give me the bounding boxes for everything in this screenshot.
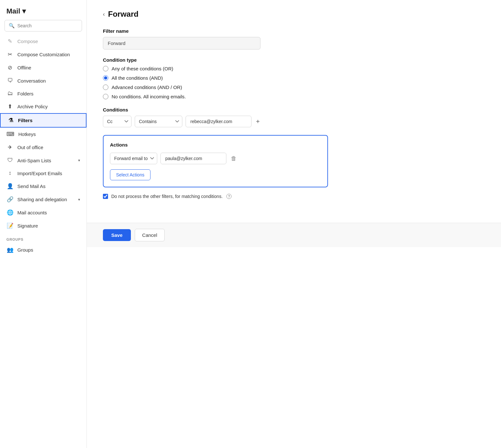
condition-value-input[interactable] (186, 116, 251, 127)
sidebar-item-label-compose-customization: Compose Customization (17, 52, 80, 57)
sidebar-item-import-export[interactable]: ↕Import/Export Emails (0, 167, 87, 180)
sidebar-item-label-sharing-delegation: Sharing and delegation (17, 197, 74, 202)
sidebar-groups: GROUPS👥Groups (0, 232, 87, 256)
info-icon[interactable]: ? (226, 194, 232, 199)
condition-type-radios: Any of these conditions (OR)All the cond… (103, 66, 328, 99)
condition-operator-select[interactable]: ContainsDoes not containIsIs notStarts w… (135, 116, 182, 127)
actions-row: Forward email toMark as readMove to fold… (110, 153, 321, 164)
radio-none[interactable] (103, 94, 108, 99)
compose-customization-icon: ✂ (6, 51, 14, 58)
group-label-groups: GROUPS (0, 232, 87, 243)
sidebar-item-label-conversation: Conversation (17, 78, 80, 84)
app-title-header[interactable]: Mail ▾ (0, 0, 87, 20)
sidebar-item-label-signature: Signature (17, 223, 80, 228)
send-mail-as-icon: 👤 (6, 183, 14, 190)
expand-icon-anti-spam: ▾ (78, 158, 80, 163)
sharing-delegation-icon: 🔗 (6, 196, 14, 203)
condition-field-select[interactable]: FromToCcSubjectBody (103, 116, 132, 127)
sidebar-item-compose[interactable]: ✎Compose (0, 35, 87, 48)
sidebar-item-label-anti-spam: Anti-Spam Lists (17, 158, 74, 163)
filters-icon: ⚗ (7, 117, 14, 124)
sidebar-item-label-archive-policy: Archive Policy (17, 104, 80, 109)
out-of-office-icon: ✈ (6, 144, 14, 151)
offline-icon: ⊘ (6, 64, 14, 71)
sidebar-item-label-import-export: Import/Export Emails (17, 171, 80, 176)
add-condition-button[interactable]: + (255, 117, 261, 126)
radio-item-advanced[interactable]: Advanced conditions (AND / OR) (103, 85, 328, 90)
search-input[interactable] (17, 23, 78, 28)
no-process-label: Do not process the other filters, for ma… (111, 194, 223, 199)
sidebar-nav: ✎Compose✂Compose Customization⊘Offline🗨C… (0, 35, 87, 232)
sidebar-item-conversation[interactable]: 🗨Conversation (0, 74, 87, 87)
sidebar-item-mail-accounts[interactable]: 🌐Mail accounts (0, 206, 87, 219)
anti-spam-icon: 🛡 (6, 157, 14, 164)
sidebar-item-sharing-delegation[interactable]: 🔗Sharing and delegation▾ (0, 193, 87, 206)
sidebar-item-label-hotkeys: Hotkeys (18, 131, 80, 137)
radio-label-none: No conditions. All incoming emails. (112, 94, 186, 99)
sidebar-item-folders[interactable]: 🗂Folders (0, 87, 87, 100)
no-process-row: Do not process the other filters, for ma… (103, 194, 328, 199)
groups-icon: 👥 (6, 246, 14, 253)
conditions-label: Conditions (103, 107, 328, 112)
archive-policy-icon: ⬆ (6, 103, 14, 110)
cancel-button[interactable]: Cancel (135, 229, 165, 241)
expand-icon-sharing-delegation: ▾ (78, 197, 80, 202)
sidebar-item-label-filters: Filters (18, 118, 79, 123)
delete-action-button[interactable]: 🗑 (230, 154, 238, 163)
back-button[interactable]: ‹ (103, 11, 105, 17)
radio-label-or: Any of these conditions (OR) (112, 66, 173, 71)
radio-label-advanced: Advanced conditions (AND / OR) (112, 85, 182, 90)
select-actions-button[interactable]: Select Actions (110, 169, 150, 180)
radio-item-none[interactable]: No conditions. All incoming emails. (103, 94, 328, 99)
sidebar-item-label-groups: Groups (17, 247, 80, 253)
sidebar-item-offline[interactable]: ⊘Offline (0, 61, 87, 74)
sidebar-item-anti-spam[interactable]: 🛡Anti-Spam Lists▾ (0, 154, 87, 167)
radio-and[interactable] (103, 75, 108, 81)
trash-icon: 🗑 (231, 155, 237, 162)
sidebar-item-groups[interactable]: 👥Groups (0, 243, 87, 256)
filter-name-label: Filter name (103, 28, 328, 34)
search-icon: 🔍 (9, 23, 15, 29)
search-container[interactable]: 🔍 (5, 20, 82, 31)
signature-icon: 📝 (6, 222, 14, 229)
sidebar-item-label-compose: Compose (17, 39, 80, 44)
sidebar-item-archive-policy[interactable]: ⬆Archive Policy (0, 100, 87, 113)
condition-type-section: Condition type Any of these conditions (… (103, 57, 328, 99)
sidebar-item-label-out-of-office: Out of office (17, 145, 80, 150)
folders-icon: 🗂 (6, 90, 14, 97)
sidebar: Mail ▾ 🔍 ✎Compose✂Compose Customization⊘… (0, 0, 87, 448)
radio-advanced[interactable] (103, 85, 108, 90)
conversation-icon: 🗨 (6, 77, 14, 84)
app-title: Mail (6, 7, 20, 15)
action-value-input[interactable] (160, 153, 226, 164)
save-button[interactable]: Save (103, 229, 131, 241)
condition-type-label: Condition type (103, 57, 328, 63)
filter-name-section: Filter name (103, 28, 328, 49)
sidebar-item-send-mail-as[interactable]: 👤Send Mail As (0, 180, 87, 193)
no-process-checkbox[interactable] (103, 194, 108, 199)
sidebar-item-out-of-office[interactable]: ✈Out of office (0, 141, 87, 154)
compose-icon: ✎ (6, 38, 14, 45)
sidebar-item-compose-customization[interactable]: ✂Compose Customization (0, 48, 87, 61)
sidebar-item-label-mail-accounts: Mail accounts (17, 210, 80, 215)
sidebar-item-filters[interactable]: ⚗Filters (0, 113, 87, 128)
actions-box: Actions Forward email toMark as readMove… (103, 135, 328, 187)
conditions-row: FromToCcSubjectBody ContainsDoes not con… (103, 116, 328, 127)
sidebar-item-signature[interactable]: 📝Signature (0, 219, 87, 232)
actions-title: Actions (110, 142, 321, 148)
sidebar-item-label-offline: Offline (17, 65, 80, 70)
radio-item-or[interactable]: Any of these conditions (OR) (103, 66, 328, 71)
sidebar-item-hotkeys[interactable]: ⌨Hotkeys (0, 128, 87, 141)
bottom-bar: Save Cancel (87, 223, 501, 247)
import-export-icon: ↕ (6, 170, 14, 176)
app-title-chevron: ▾ (22, 7, 26, 15)
radio-label-and: All the conditions (AND) (112, 75, 163, 81)
sidebar-item-label-folders: Folders (17, 91, 80, 96)
page-title: Forward (108, 10, 139, 19)
hotkeys-icon: ⌨ (6, 131, 14, 138)
radio-or[interactable] (103, 66, 108, 71)
filter-name-input[interactable] (103, 37, 260, 49)
action-select[interactable]: Forward email toMark as readMove to fold… (110, 153, 157, 164)
sidebar-item-label-send-mail-as: Send Mail As (17, 184, 80, 189)
radio-item-and[interactable]: All the conditions (AND) (103, 75, 328, 81)
